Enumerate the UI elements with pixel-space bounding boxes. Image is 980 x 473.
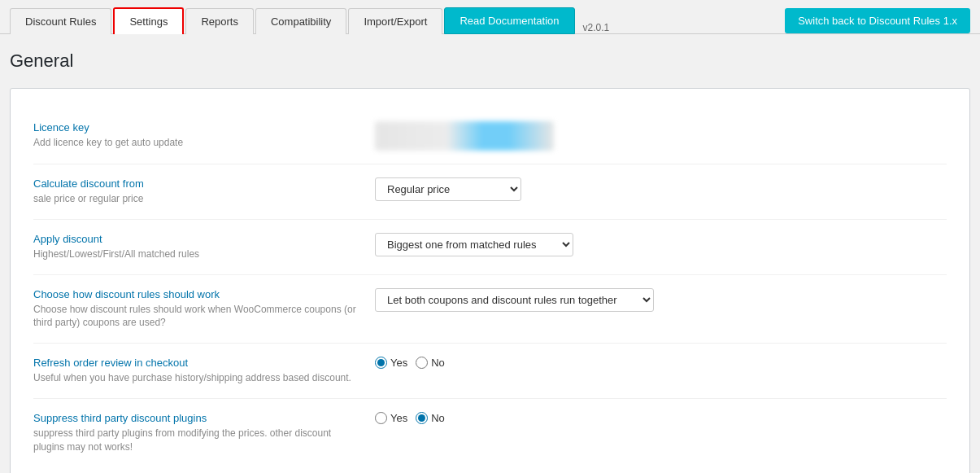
apply-discount-label: Apply discount xyxy=(33,233,359,245)
setting-row-suppress-plugins: Suppress third party discount plugins su… xyxy=(33,399,947,467)
refresh-order-control: Yes No xyxy=(375,357,947,369)
tab-compatibility[interactable]: Compatibility xyxy=(255,8,346,34)
refresh-order-yes-radio[interactable] xyxy=(375,357,387,369)
tab-import-export[interactable]: Import/Export xyxy=(348,8,442,34)
suppress-plugins-yes-radio[interactable] xyxy=(375,412,387,424)
refresh-order-no-radio[interactable] xyxy=(416,357,428,369)
setting-label-col-choose: Choose how discount rules should work Ch… xyxy=(33,288,375,331)
suppress-plugins-radio-group: Yes No xyxy=(375,412,445,424)
apply-discount-desc: Highest/Lowest/First/All matched rules xyxy=(33,247,359,261)
page-content: General Licence key Add licence key to g… xyxy=(0,34,980,473)
licence-key-desc: Add licence key to get auto update xyxy=(33,136,359,150)
refresh-order-yes-label: Yes xyxy=(390,357,407,369)
choose-how-select[interactable]: Let both coupons and discount rules run … xyxy=(375,288,654,312)
tab-settings[interactable]: Settings xyxy=(113,7,184,34)
calculate-discount-select[interactable]: Regular price Sale price xyxy=(375,177,521,201)
choose-how-control: Let both coupons and discount rules run … xyxy=(375,288,947,312)
setting-row-apply-discount: Apply discount Highest/Lowest/First/All … xyxy=(33,220,947,275)
suppress-plugins-no-label: No xyxy=(431,412,445,424)
calculate-discount-label: Calculate discount from xyxy=(33,177,359,190)
setting-label-col-licence: Licence key Add licence key to get auto … xyxy=(33,121,375,150)
suppress-plugins-yes-option[interactable]: Yes xyxy=(375,412,407,424)
calculate-discount-desc: sale price or regular price xyxy=(33,192,359,206)
setting-row-calculate-discount: Calculate discount from sale price or re… xyxy=(33,164,947,220)
setting-label-col-apply: Apply discount Highest/Lowest/First/All … xyxy=(33,233,375,261)
choose-how-desc: Choose how discount rules should work wh… xyxy=(33,303,359,331)
refresh-order-yes-option[interactable]: Yes xyxy=(375,357,407,369)
apply-discount-control: Biggest one from matched rules Lowest on… xyxy=(375,233,947,256)
licence-key-control xyxy=(375,121,947,151)
setting-label-col-calculate: Calculate discount from sale price or re… xyxy=(33,177,375,206)
setting-label-col-refresh: Refresh order review in checkout Useful … xyxy=(33,357,375,385)
suppress-plugins-control: Yes No xyxy=(375,412,947,424)
refresh-order-radio-group: Yes No xyxy=(375,357,445,369)
refresh-order-no-label: No xyxy=(431,357,445,369)
tab-read-documentation[interactable]: Read Documentation xyxy=(444,7,574,34)
licence-key-label: Licence key xyxy=(33,121,359,134)
top-navigation: Discount Rules Settings Reports Compatib… xyxy=(0,0,980,34)
setting-row-refresh-order: Refresh order review in checkout Useful … xyxy=(33,344,947,399)
refresh-order-no-option[interactable]: No xyxy=(416,357,445,369)
suppress-plugins-label: Suppress third party discount plugins xyxy=(33,412,359,424)
apply-discount-select[interactable]: Biggest one from matched rules Lowest on… xyxy=(375,233,573,256)
choose-how-label: Choose how discount rules should work xyxy=(33,288,359,300)
suppress-plugins-no-radio[interactable] xyxy=(416,412,428,424)
page-title: General xyxy=(10,50,970,72)
setting-row-licence: Licence key Add licence key to get auto … xyxy=(33,108,947,164)
switch-back-button[interactable]: Switch back to Discount Rules 1.x xyxy=(785,8,970,33)
refresh-order-desc: Useful when you have purchase history/sh… xyxy=(33,371,359,385)
setting-label-col-suppress: Suppress third party discount plugins su… xyxy=(33,412,375,454)
refresh-order-label: Refresh order review in checkout xyxy=(33,357,359,369)
licence-key-input-blurred[interactable] xyxy=(375,121,554,151)
version-label: v2.0.1 xyxy=(583,22,610,33)
nav-tabs: Discount Rules Settings Reports Compatib… xyxy=(10,7,785,33)
suppress-plugins-desc: suppress third party plugins from modify… xyxy=(33,427,359,454)
settings-panel: Licence key Add licence key to get auto … xyxy=(10,88,970,473)
suppress-plugins-yes-label: Yes xyxy=(390,412,407,424)
calculate-discount-control: Regular price Sale price xyxy=(375,177,947,201)
suppress-plugins-no-option[interactable]: No xyxy=(416,412,445,424)
tab-reports[interactable]: Reports xyxy=(185,8,254,34)
tab-discount-rules[interactable]: Discount Rules xyxy=(10,8,111,34)
setting-row-choose-how: Choose how discount rules should work Ch… xyxy=(33,275,947,344)
